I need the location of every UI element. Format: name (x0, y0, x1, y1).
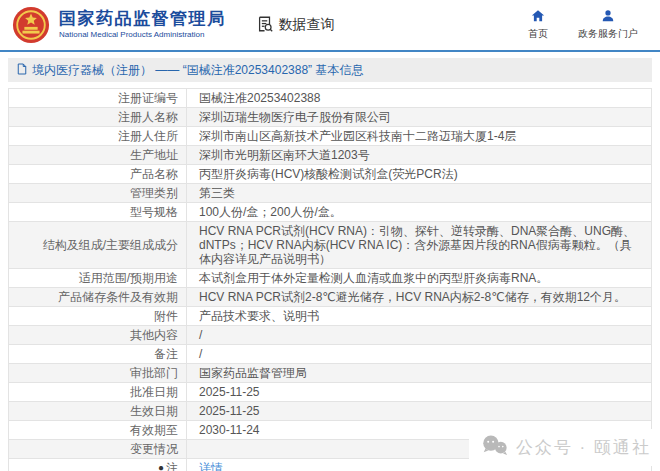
header-right-nav: 首页 政务服务门户 (528, 9, 648, 41)
table-row: 注册人名称深圳迈瑞生物医疗电子股份有限公司 (9, 108, 652, 127)
table-row: 其他内容/ (9, 326, 652, 345)
document-search-icon (256, 15, 274, 36)
watermark: 公众号 · 颐通社 (469, 429, 655, 466)
table-row: 管理类别第三类 (9, 184, 652, 203)
table-row: 附件产品技术要求、说明书 (9, 307, 652, 326)
row-label: 注册人住所 (9, 127, 187, 146)
detail-link[interactable]: 详情 (199, 461, 223, 471)
header: 国家药品监督管理局 National Medical Products Admi… (0, 0, 660, 52)
row-value: 产品技术要求、说明书 (187, 307, 652, 326)
row-value: / (187, 345, 652, 364)
document-icon (17, 63, 27, 78)
row-value: 国械注准20253402388 (187, 89, 652, 108)
row-label: 生产地址 (9, 146, 187, 165)
row-label: 有效期至 (9, 421, 187, 440)
row-value: 深圳市南山区高新技术产业园区科技南十二路迈瑞大厦1-4层 (187, 127, 652, 146)
wechat-icon (481, 434, 508, 461)
row-label: 变更情况 (9, 440, 187, 459)
row-value: 第三类 (187, 184, 652, 203)
row-value: 国家药品监督管理局 (187, 364, 652, 383)
table-row: 适用范围/预期用途本试剂盒用于体外定量检测人血清或血浆中的丙型肝炎病毒RNA。 (9, 269, 652, 288)
row-value: 丙型肝炎病毒(HCV)核酸检测试剂盒(荧光PCR法) (187, 165, 652, 184)
nav-data-query-label: 数据查询 (279, 16, 335, 34)
row-label: 批准日期 (9, 383, 187, 402)
nav-gov-portal[interactable]: 政务服务门户 (578, 9, 638, 41)
nav-home-label: 首页 (528, 27, 548, 41)
table-row: 产品储存条件及有效期HCV RNA PCR试剂2-8℃避光储存，HCV RNA内… (9, 288, 652, 307)
row-label: 管理类别 (9, 184, 187, 203)
nav-data-query[interactable]: 数据查询 (256, 15, 335, 36)
row-label: 产品名称 (9, 165, 187, 184)
row-label: 附件 (9, 307, 187, 326)
row-label: 生效日期 (9, 402, 187, 421)
row-value: 2025-11-25 (187, 383, 652, 402)
row-label: 型号规格 (9, 203, 187, 222)
org-name: 国家药品监督管理局 (59, 10, 226, 29)
row-value: 深圳市光明新区南环大道1203号 (187, 146, 652, 165)
table-row: 生效日期2025-11-25 (9, 402, 652, 421)
row-label: 适用范围/预期用途 (9, 269, 187, 288)
table-row: 审批部门国家药品监督管理局 (9, 364, 652, 383)
row-value: 本试剂盒用于体外定量检测人血清或血浆中的丙型肝炎病毒RNA。 (187, 269, 652, 288)
row-label: 注册证编号 (9, 89, 187, 108)
row-label: 其他内容 (9, 326, 187, 345)
row-value: 深圳迈瑞生物医疗电子股份有限公司 (187, 108, 652, 127)
breadcrumb: 境内医疗器械（注册） —— “国械注准20253402388” 基本信息 (8, 58, 652, 82)
table-row: 注册人住所深圳市南山区高新技术产业园区科技南十二路迈瑞大厦1-4层 (9, 127, 652, 146)
table-row: 型号规格100人份/盒；200人份/盒。 (9, 203, 652, 222)
row-value: HCV RNA PCR试剂(HCV RNA)：引物、探针、逆转录酶、DNA聚合酶… (187, 222, 652, 269)
table-row: 批准日期2025-11-25 (9, 383, 652, 402)
note-icon: ● (158, 462, 164, 471)
person-icon (601, 9, 615, 25)
table-row: 备注/ (9, 345, 652, 364)
table-row: 产品名称丙型肝炎病毒(HCV)核酸检测试剂盒(荧光PCR法) (9, 165, 652, 184)
row-value: / (187, 326, 652, 345)
row-value: 100人份/盒；200人份/盒。 (187, 203, 652, 222)
row-label: 产品储存条件及有效期 (9, 288, 187, 307)
table-row: 结构及组成/主要组成成分HCV RNA PCR试剂(HCV RNA)：引物、探针… (9, 222, 652, 269)
table-row: 注册证编号国械注准20253402388 (9, 89, 652, 108)
row-label: 备注 (9, 345, 187, 364)
org-name-english: National Medical Products Administration (59, 31, 226, 40)
watermark-text: 公众号 · 颐通社 (516, 436, 651, 459)
row-label: 审批部门 (9, 364, 187, 383)
home-icon (531, 9, 545, 25)
table-row: 生产地址深圳市光明新区南环大道1203号 (9, 146, 652, 165)
row-label: 结构及组成/主要组成成分 (9, 222, 187, 269)
row-value: HCV RNA PCR试剂2-8℃避光储存，HCV RNA内标2-8℃储存，有效… (187, 288, 652, 307)
breadcrumb-text: 境内医疗器械（注册） —— “国械注准20253402388” 基本信息 (32, 62, 363, 79)
nav-home[interactable]: 首页 (528, 9, 548, 41)
info-table-body: 注册证编号国械注准20253402388注册人名称深圳迈瑞生物医疗电子股份有限公… (9, 89, 652, 471)
national-emblem-logo (12, 6, 50, 44)
registration-info-table: 注册证编号国械注准20253402388注册人名称深圳迈瑞生物医疗电子股份有限公… (8, 88, 652, 471)
row-label: ●注 (9, 459, 187, 471)
row-label: 注册人名称 (9, 108, 187, 127)
nav-gov-portal-label: 政务服务门户 (578, 27, 638, 41)
org-title-block: 国家药品监督管理局 National Medical Products Admi… (59, 10, 226, 39)
row-value: 2025-11-25 (187, 402, 652, 421)
